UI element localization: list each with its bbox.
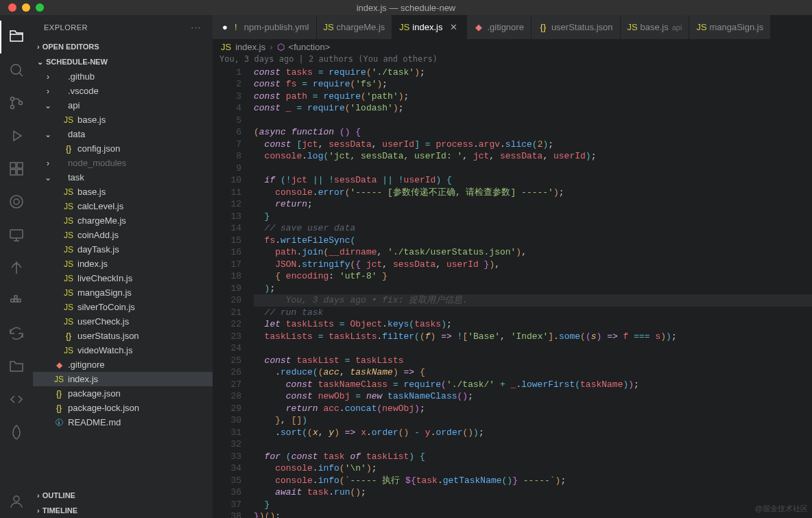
editor-tab[interactable]: ●!npm-publish.yml [213, 15, 317, 39]
svg-rect-13 [18, 299, 21, 302]
file-item[interactable]: JSchargeMe.js [33, 213, 213, 228]
window-maximize-button[interactable] [36, 3, 44, 12]
activity-account[interactable] [0, 485, 33, 518]
code-editor[interactable]: 1234567891011121314151617181920212223242… [213, 67, 812, 519]
chevron-right-icon: › [37, 43, 40, 51]
file-item[interactable]: {}config.json [33, 141, 213, 156]
activity-remote-button[interactable] [0, 383, 33, 416]
activity-extensions[interactable] [0, 152, 33, 185]
folder-item[interactable]: ⌄data [33, 127, 213, 141]
section-folder[interactable]: ⌄ SCHEDULE-NEW [33, 54, 213, 69]
close-icon[interactable]: ✕ [450, 22, 459, 32]
file-item[interactable]: JScalcLevel.js [33, 199, 213, 213]
section-outline[interactable]: › OUTLINE [33, 488, 213, 503]
editor-tab[interactable]: JSindex.js✕ [392, 15, 467, 39]
file-item[interactable]: JScoinAdd.js [33, 228, 213, 242]
svg-rect-6 [10, 169, 16, 175]
file-item[interactable]: {}package-lock.json [33, 401, 213, 415]
folder-item[interactable]: ›.vscode [33, 84, 213, 98]
file-item[interactable]: JSvideoWatch.js [33, 343, 213, 357]
activity-explorer[interactable] [0, 21, 33, 54]
svg-point-8 [10, 196, 23, 208]
editor-tab[interactable]: ◆.gitignore [467, 15, 531, 39]
file-item[interactable]: JSmangaSign.js [33, 285, 213, 300]
file-item[interactable]: JSdayTask.js [33, 242, 213, 257]
chevron-down-icon: ⌄ [37, 58, 43, 67]
activity-bar [0, 15, 33, 518]
js-icon: JS [221, 42, 231, 52]
activity-test[interactable] [0, 185, 33, 218]
folder-item[interactable]: ›node_modules [33, 156, 213, 170]
breadcrumb[interactable]: JS index.js › ⬡ <function> [213, 39, 812, 54]
chevron-right-icon: › [37, 491, 40, 499]
breadcrumb-file: index.js [235, 42, 265, 52]
file-item[interactable]: {}userStatus.json [33, 329, 213, 343]
activity-search[interactable] [0, 54, 33, 86]
file-item[interactable]: JSsilverToCoin.js [33, 300, 213, 314]
editor-area: ●!npm-publish.ymlJSchargeMe.jsJSindex.js… [213, 15, 812, 518]
file-item[interactable]: JSliveCheckIn.js [33, 271, 213, 285]
file-item[interactable]: JSindex.js [33, 257, 213, 271]
file-item[interactable]: {}package.json [33, 386, 213, 401]
file-item[interactable]: JSbase.js [33, 113, 213, 127]
sidebar-more-icon[interactable]: ··· [191, 23, 202, 32]
section-open-editors[interactable]: › OPEN EDITORS [33, 39, 213, 54]
folder-item[interactable]: ⌄task [33, 170, 213, 185]
svg-rect-12 [14, 299, 17, 302]
sidebar-title: EXPLORER [44, 23, 88, 32]
file-item[interactable]: JSbase.js [33, 185, 213, 199]
svg-point-15 [14, 496, 19, 502]
file-item[interactable]: JSuserCheck.js [33, 314, 213, 329]
folder-item[interactable]: ⌄api [33, 98, 213, 113]
folder-item[interactable]: ›.github [33, 69, 213, 84]
activity-remote[interactable] [0, 218, 33, 251]
activity-sync[interactable] [0, 317, 33, 350]
file-item[interactable]: ◆.gitignore [33, 357, 213, 372]
activity-folder[interactable] [0, 350, 33, 383]
activity-debug[interactable] [0, 119, 33, 152]
watermark: @掘金技术社区 [755, 504, 808, 514]
code-content[interactable]: const tasks = require('./task');const fs… [254, 67, 812, 519]
editor-tab[interactable]: JSmangaSign.js [689, 15, 771, 39]
sidebar: EXPLORER ··· › OPEN EDITORS ⌄ SCHEDULE-N… [33, 15, 213, 518]
titlebar: index.js — schedule-new [0, 0, 812, 15]
file-item[interactable]: JSindex.js [33, 372, 213, 386]
function-icon: ⬡ [277, 42, 285, 52]
svg-rect-11 [11, 299, 14, 302]
window-title: index.js — schedule-new [357, 3, 456, 13]
svg-point-3 [19, 102, 23, 105]
svg-rect-4 [10, 163, 16, 168]
svg-point-1 [11, 97, 14, 101]
editor-tab[interactable]: {}userStatus.json [532, 15, 621, 39]
activity-scm[interactable] [0, 86, 33, 119]
svg-point-2 [11, 106, 14, 109]
blame-header: You, 3 days ago | 2 authors (You and oth… [213, 54, 812, 67]
editor-tab[interactable]: JSchargeMe.js [317, 15, 393, 39]
activity-mongodb[interactable] [0, 416, 33, 449]
line-gutter: 1234567891011121314151617181920212223242… [213, 67, 254, 519]
svg-point-0 [11, 64, 21, 74]
chevron-right-icon: › [270, 42, 272, 52]
editor-tabs: ●!npm-publish.ymlJSchargeMe.jsJSindex.js… [213, 15, 812, 39]
activity-gitlens[interactable] [0, 251, 33, 284]
activity-docker[interactable] [0, 284, 33, 317]
svg-rect-5 [17, 163, 23, 168]
editor-tab[interactable]: JSbase.js api [621, 15, 690, 39]
breadcrumb-symbol: <function> [289, 42, 331, 52]
section-timeline[interactable]: › TIMELINE [33, 503, 213, 518]
svg-rect-10 [10, 230, 23, 238]
svg-point-9 [14, 199, 19, 204]
svg-rect-7 [17, 169, 23, 175]
window-minimize-button[interactable] [22, 3, 30, 12]
window-close-button[interactable] [8, 3, 16, 12]
file-tree: ›.github›.vscode⌄apiJSbase.js⌄data{}conf… [33, 69, 213, 488]
file-item[interactable]: 🛈README.md [33, 415, 213, 429]
svg-rect-14 [14, 296, 17, 298]
chevron-right-icon: › [37, 506, 40, 515]
